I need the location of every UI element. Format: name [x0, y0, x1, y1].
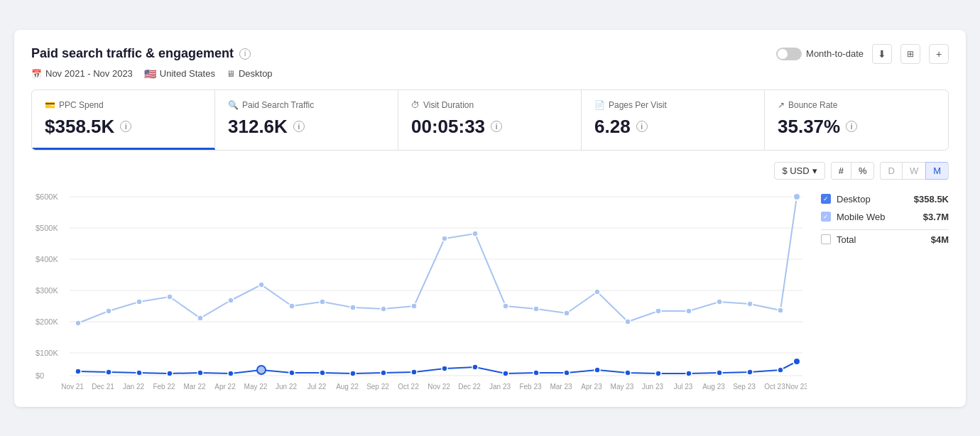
svg-point-41 — [136, 370, 142, 376]
svg-point-61 — [747, 369, 753, 375]
svg-point-22 — [320, 299, 325, 305]
currency-selector[interactable]: $ USD ▾ — [774, 162, 824, 180]
month-to-date-toggle[interactable] — [776, 48, 802, 60]
svg-text:Feb 23: Feb 23 — [519, 383, 542, 391]
svg-point-50 — [411, 369, 417, 375]
chart-main: $600K $500K $400K $300K $200K $100K $0 — [31, 187, 949, 396]
svg-point-35 — [717, 299, 722, 305]
svg-text:Aug 22: Aug 22 — [336, 383, 359, 391]
hash-button[interactable]: # — [831, 162, 851, 180]
metric-traffic-value: 312.6K i — [228, 116, 385, 138]
svg-point-57 — [625, 370, 631, 376]
svg-point-59 — [686, 371, 692, 376]
svg-point-55 — [564, 370, 570, 376]
svg-point-42 — [167, 371, 173, 376]
svg-text:Dec 21: Dec 21 — [92, 383, 114, 391]
toggle-knob — [778, 49, 788, 59]
svg-text:$200K: $200K — [36, 317, 58, 326]
total-legend-label: Total — [837, 234, 856, 245]
add-button[interactable]: + — [929, 44, 949, 64]
duration-info-icon[interactable]: i — [491, 121, 502, 132]
dwm-group: D W M — [880, 162, 949, 180]
excel-button[interactable]: ⊞ — [900, 44, 920, 64]
svg-point-16 — [136, 299, 142, 305]
svg-point-40 — [106, 369, 111, 375]
legend-divider — [821, 229, 949, 230]
svg-text:Sep 23: Sep 23 — [733, 383, 756, 391]
metric-bounce-value: 35.37% i — [778, 116, 935, 138]
svg-point-20 — [258, 282, 264, 288]
title-info-icon[interactable]: i — [239, 48, 251, 60]
svg-text:Apr 23: Apr 23 — [581, 383, 602, 391]
device-label: Desktop — [239, 68, 273, 79]
calendar-icon: 📅 — [31, 69, 42, 79]
svg-point-48 — [350, 371, 356, 376]
traffic-info-icon[interactable]: i — [293, 121, 305, 132]
bounce-info-icon[interactable]: i — [846, 121, 857, 132]
svg-point-44 — [228, 371, 234, 376]
svg-point-49 — [381, 370, 386, 376]
svg-point-24 — [381, 306, 386, 312]
svg-point-43 — [197, 370, 203, 376]
header-left: Paid search traffic & engagement i — [31, 46, 251, 61]
ppc-info-icon[interactable]: i — [120, 121, 131, 132]
svg-text:Jan 22: Jan 22 — [123, 383, 144, 391]
device-filter[interactable]: 🖥 Desktop — [227, 68, 273, 79]
svg-point-56 — [594, 367, 600, 373]
pages-info-icon[interactable]: i — [636, 121, 648, 132]
svg-text:$300K: $300K — [36, 286, 58, 295]
metric-pages-per-visit: 📄 Pages Per Visit 6.28 i — [582, 90, 765, 150]
svg-point-46 — [289, 370, 295, 376]
svg-point-51 — [442, 366, 447, 371]
pages-icon: 📄 — [594, 100, 605, 110]
svg-text:$400K: $400K — [36, 255, 58, 263]
svg-point-31 — [594, 289, 600, 295]
week-button[interactable]: W — [902, 162, 925, 180]
svg-point-28 — [503, 303, 508, 309]
svg-point-39 — [75, 369, 81, 374]
svg-point-18 — [197, 315, 203, 321]
country-filter[interactable]: 🇺🇸 United States — [144, 68, 215, 80]
total-checkbox[interactable] — [821, 234, 831, 244]
svg-point-14 — [75, 320, 81, 326]
desktop-checkbox[interactable]: ✓ — [821, 194, 831, 204]
svg-text:Jun 23: Jun 23 — [642, 383, 663, 391]
metric-paid-traffic: 🔍 Paid Search Traffic 312.6K i — [215, 90, 398, 150]
filters-row: 📅 Nov 2021 - Nov 2023 🇺🇸 United States 🖥… — [31, 68, 949, 80]
chart-svg: $600K $500K $400K $300K $200K $100K $0 — [31, 187, 807, 393]
date-filter[interactable]: 📅 Nov 2021 - Nov 2023 — [31, 68, 133, 79]
svg-point-25 — [411, 303, 417, 309]
svg-point-19 — [228, 298, 234, 303]
svg-point-62 — [778, 367, 783, 373]
desktop-legend-value: $358.5K — [914, 194, 949, 205]
svg-point-53 — [503, 371, 508, 376]
svg-text:Jan 23: Jan 23 — [489, 383, 511, 391]
metrics-row: 💳 PPC Spend $358.5K i 🔍 Paid Search Traf… — [31, 89, 949, 151]
svg-text:Aug 23: Aug 23 — [702, 383, 725, 391]
ppc-icon: 💳 — [45, 100, 55, 110]
svg-text:Oct 23: Oct 23 — [764, 383, 785, 391]
svg-point-23 — [350, 305, 356, 310]
svg-text:Dec 22: Dec 22 — [458, 383, 481, 391]
svg-point-17 — [167, 294, 173, 300]
metric-ppc-value: $358.5K i — [45, 116, 202, 138]
toggle-wrap: Month-to-date — [776, 48, 864, 60]
chart-area: $ USD ▾ # % D W M $600K $500K $400K — [31, 162, 949, 396]
desktop-legend-label: Desktop — [837, 194, 871, 205]
percent-button[interactable]: % — [851, 162, 875, 180]
svg-point-36 — [747, 301, 753, 307]
legend-desktop-left: ✓ Desktop — [821, 194, 871, 205]
header: Paid search traffic & engagement i Month… — [31, 44, 949, 64]
month-button[interactable]: M — [925, 162, 949, 180]
metric-pages-label: 📄 Pages Per Visit — [594, 100, 751, 110]
svg-point-15 — [106, 308, 111, 314]
legend-total: Total $4M — [821, 234, 949, 245]
mobile-web-checkbox[interactable]: ✓ — [821, 212, 831, 222]
svg-point-52 — [472, 364, 478, 370]
svg-text:$500K: $500K — [36, 224, 58, 232]
svg-text:Mar 23: Mar 23 — [550, 383, 572, 391]
day-button[interactable]: D — [880, 162, 901, 180]
svg-point-34 — [686, 308, 692, 314]
svg-point-58 — [655, 371, 661, 376]
download-button[interactable]: ⬇ — [872, 44, 892, 64]
